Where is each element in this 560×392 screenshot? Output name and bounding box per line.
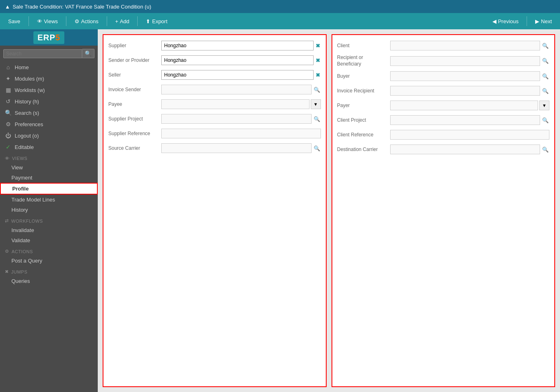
sidebar-item-history-sub[interactable]: History [0,205,98,215]
client-project-label: Client Project [337,117,390,123]
supplier-project-search-button[interactable]: 🔍 [313,115,321,123]
sidebar-item-search[interactable]: 🔍 Search (s) [0,107,98,118]
invoice-recipient-label: Invoice Recipient [337,88,390,94]
seller-input-wrap: ✖ [161,70,321,80]
seller-row: Seller ✖ [108,69,321,81]
sidebar-item-post-query[interactable]: Post a Query [0,256,98,266]
next-button[interactable]: ▶ Next [530,17,557,26]
supplier-clear-button[interactable]: ✖ [315,42,321,50]
views-section-icon: 👁 [5,156,10,161]
destination-carrier-search-button[interactable]: 🔍 [541,146,549,153]
sidebar-item-profile[interactable]: Profile [0,183,98,195]
client-reference-input[interactable] [390,130,550,140]
sidebar-item-invalidate[interactable]: Invalidate [0,225,98,235]
toolbar-separator-2 [66,16,66,26]
seller-clear-button[interactable]: ✖ [315,71,321,79]
recipient-input-wrap: 🔍 [390,56,550,66]
destination-carrier-input-wrap: 🔍 [390,145,550,154]
destination-carrier-row: Destination Carrier 🔍 [337,144,550,155]
seller-label: Seller [108,72,161,78]
client-project-input[interactable] [390,115,540,125]
sidebar-search-area: 🔍 [0,46,98,61]
supplier-input[interactable] [161,41,314,50]
invoice-recipient-input-wrap: 🔍 [390,86,550,96]
source-carrier-label: Source Carrier [108,145,161,151]
logo-area: ERP5 [0,29,98,46]
prev-arrow-icon: ◀ [492,18,496,24]
invoice-sender-search-button[interactable]: 🔍 [313,86,321,94]
eye-icon: 👁 [37,18,42,24]
source-carrier-input[interactable] [161,143,312,153]
right-form-panel: Client 🔍 Recipient or Beneficiary 🔍 Buye… [332,34,556,387]
sidebar-item-preferences[interactable]: ⚙ Preferences [0,118,98,130]
supplier-reference-input[interactable] [161,129,321,138]
up-arrow-icon: ▲ [5,4,10,10]
jumps-section-icon: ✖ [5,269,9,274]
actions-section-header: ⚙ ACTIONS [0,247,98,256]
sidebar-item-history[interactable]: ↺ History (h) [0,96,98,107]
add-button[interactable]: + Add [110,17,134,26]
erp5-logo: ERP5 [33,31,64,44]
client-project-input-wrap: 🔍 [390,115,550,125]
sidebar-item-worklists[interactable]: ▦ Worklists (w) [0,84,98,96]
preferences-icon: ⚙ [5,121,11,127]
previous-button[interactable]: ◀ Previous [488,17,524,26]
payer-input[interactable] [390,101,538,110]
payer-dropdown-button[interactable]: ▼ [539,101,549,110]
buyer-search-button[interactable]: 🔍 [541,72,549,80]
destination-carrier-label: Destination Carrier [337,147,390,152]
invoice-recipient-input[interactable] [390,86,540,96]
source-carrier-search-button[interactable]: 🔍 [313,145,321,152]
sender-provider-row: Sender or Provider ✖ [108,55,321,66]
client-input[interactable] [390,41,540,50]
invoice-sender-input-wrap: 🔍 [161,85,321,94]
plus-icon: + [115,18,119,24]
invoice-sender-input[interactable] [161,85,312,94]
client-project-search-button[interactable]: 🔍 [541,116,549,124]
export-icon: ⬆ [146,18,150,24]
client-reference-label: Client Reference [337,132,390,138]
export-button[interactable]: ⬆ Export [141,17,172,26]
invoice-recipient-search-button[interactable]: 🔍 [541,87,549,95]
source-carrier-row: Source Carrier 🔍 [108,142,321,154]
search-input[interactable] [3,49,82,58]
invoice-sender-row: Invoice Sender 🔍 [108,84,321,95]
buyer-row: Buyer 🔍 [337,70,550,82]
sender-provider-input[interactable] [161,55,314,65]
client-search-button[interactable]: 🔍 [541,42,549,50]
save-button[interactable]: Save [3,17,25,26]
recipient-input[interactable] [390,56,540,66]
logout-icon: ⏻ [5,132,11,139]
actions-button[interactable]: ⚙ Actions [70,17,103,26]
client-label: Client [337,43,390,48]
client-project-row: Client Project 🔍 [337,114,550,126]
supplier-reference-row: Supplier Reference [108,128,321,139]
sidebar-item-editable[interactable]: ✓ Editable [0,141,98,153]
sidebar-item-logout[interactable]: ⏻ Logout (o) [0,130,98,141]
destination-carrier-input[interactable] [390,145,540,154]
payee-dropdown-button[interactable]: ▼ [311,99,321,109]
sidebar-item-payment[interactable]: Payment [0,173,98,183]
sidebar-item-validate[interactable]: Validate [0,235,98,245]
client-input-wrap: 🔍 [390,41,550,50]
seller-input[interactable] [161,70,314,80]
sender-provider-clear-button[interactable]: ✖ [315,57,321,64]
buyer-input[interactable] [390,71,540,81]
toolbar-separator [29,16,29,26]
sender-provider-input-wrap: ✖ [161,55,321,65]
sidebar-item-modules[interactable]: ✦ Modules (m) [0,73,98,84]
views-button[interactable]: 👁 Views [32,17,63,26]
search-button[interactable]: 🔍 [82,49,94,58]
toolbar-separator-3 [107,16,107,26]
recipient-search-button[interactable]: 🔍 [541,57,549,65]
supplier-project-input-wrap: 🔍 [161,114,321,124]
sidebar-item-trade-model-lines[interactable]: Trade Model Lines [0,195,98,205]
supplier-row: Supplier ✖ [108,40,321,51]
payer-row: Payer ▼ [337,100,550,111]
sidebar-item-queries[interactable]: Queries [0,276,98,286]
payee-input[interactable] [161,99,310,109]
sidebar-item-view[interactable]: View [0,162,98,173]
payee-label: Payee [108,101,161,107]
supplier-project-input[interactable] [161,114,312,124]
sidebar-item-home[interactable]: ⌂ Home [0,61,98,73]
